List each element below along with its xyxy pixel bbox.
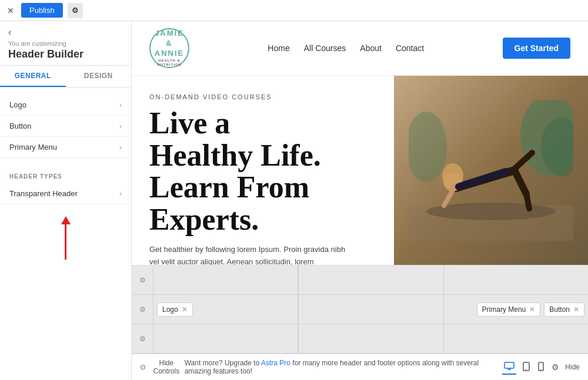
sidebar-item-transparent-header[interactable]: Transparent Header › [0,183,131,204]
astra-pro-link[interactable]: Astra Pro [261,359,290,367]
hide-controls-icon: ⊙ [140,363,146,371]
row-zone-3-left[interactable] [153,324,298,353]
close-button[interactable]: ✕ [5,5,16,16]
hide-button[interactable]: Hide [565,363,580,371]
row-zone-3-right[interactable] [444,324,588,353]
row-zone-1-left[interactable] [153,265,298,294]
top-bar: ✕ Publish ⚙ [0,0,588,21]
primary-menu-pill[interactable]: Primary Menu ✕ [477,302,541,317]
publish-button[interactable]: Publish [21,3,63,18]
gear-icon[interactable]: ⚙ [139,276,146,284]
logo-pill-remove[interactable]: ✕ [182,306,188,313]
sidebar-item-primary-menu[interactable]: Primary Menu › [0,137,131,158]
builder-row-2: ⚙ Logo ✕ Primary Menu ✕ [132,295,588,324]
desktop-view-button[interactable] [502,360,516,375]
sidebar-item-logo[interactable]: Logo › [0,95,131,116]
row-zone-1-right[interactable] [444,265,588,294]
hero-section: ON-DEMAND VIDEO COURSES Live a Healthy L… [132,76,588,265]
chevron-right-icon: › [119,101,122,109]
get-started-button[interactable]: Get Started [503,38,570,59]
builder-rows: ⚙ ⚙ Logo ✕ [132,265,588,354]
chevron-right-icon: › [119,143,122,152]
logo-pill[interactable]: Logo ✕ [157,302,193,317]
bottom-bar-left: ⊙ Hide Controls [140,359,185,375]
tablet-icon [523,362,530,371]
customizing-label: You are customizing [8,40,123,47]
tab-design[interactable]: DESIGN [66,66,132,87]
svg-point-2 [409,112,447,182]
builder-row-3: ⚙ [132,324,588,354]
bottom-controls: ⚙ ⚙ Logo ✕ [132,265,588,380]
row-zone-2-left[interactable]: Logo ✕ [153,295,298,324]
desktop-icon [504,362,514,370]
sidebar-item-button[interactable]: Button › [0,116,131,137]
primary-menu-pill-label: Primary Menu [482,305,526,314]
transparent-header-label: Transparent Header [9,189,78,198]
hero-title: Live a Healthy Life. Learn From Experts. [149,107,376,236]
row-handle-3: ⚙ [132,324,153,353]
settings-button[interactable]: ⚙ [68,3,83,18]
website-header: JAMIE & ANNIE HEALTH & NUTRITION Home Al… [132,21,588,76]
mobile-view-button[interactable] [536,360,546,375]
promo-text: Want more? Upgrade to [185,359,260,367]
primary-menu-pill-remove[interactable]: ✕ [529,306,535,313]
brand-circle: JAMIE & ANNIE HEALTH & NUTRITION [149,28,189,68]
row-zone-2-right[interactable]: Primary Menu ✕ Button ✕ [444,295,588,324]
arrow-shaft [65,224,66,260]
section-header-types-label: HEADER TYPES [0,165,131,183]
hero-text: ON-DEMAND VIDEO COURSES Live a Healthy L… [132,76,394,265]
tablet-view-button[interactable] [521,360,532,375]
svg-point-17 [526,369,527,370]
settings-gear-button[interactable]: ⚙ [552,362,559,372]
svg-point-19 [541,369,542,369]
svg-rect-13 [505,362,514,368]
sidebar-item-logo-label: Logo [9,100,26,109]
row-zone-3-center[interactable] [298,324,443,353]
hide-controls-button[interactable]: ⊙ Hide Controls [140,359,185,375]
preview-area: JAMIE & ANNIE HEALTH & NUTRITION Home Al… [132,21,588,380]
row-zone-1-center[interactable] [298,265,443,294]
button-pill[interactable]: Button ✕ [544,302,584,317]
tab-general[interactable]: GENERAL [0,66,66,87]
button-pill-remove[interactable]: ✕ [573,306,579,313]
svg-line-9 [514,170,526,194]
nav-link-contact[interactable]: Contact [396,43,424,53]
svg-line-10 [526,194,529,209]
sidebar: ‹ You are customizing Header Builder GEN… [0,21,132,380]
sidebar-tabs: GENERAL DESIGN [0,66,131,88]
mobile-icon [538,362,544,371]
nav-links: Home All Courses About Contact [268,43,424,53]
hero-body-text: Get healthier by following lorem Ipsum. … [149,244,349,265]
chevron-right-icon: › [119,190,122,198]
button-pill-label: Button [549,305,570,314]
chevron-right-icon: › [119,122,122,130]
sidebar-item-primary-menu-label: Primary Menu [9,143,57,152]
bottom-bar: ⊙ Hide Controls Want more? Upgrade to As… [132,354,588,380]
back-button[interactable]: ‹ [8,27,11,38]
row-zone-2-center[interactable] [298,295,443,324]
yoga-figure-svg [409,100,573,241]
brand-tagline: HEALTH & NUTRITION [151,59,188,68]
view-icons [502,360,546,375]
hero-badge: ON-DEMAND VIDEO COURSES [149,93,376,100]
gear-icon[interactable]: ⚙ [139,305,146,314]
arrow-indicator-area [0,204,131,380]
brand-logo: JAMIE & ANNIE HEALTH & NUTRITION [149,28,189,68]
hide-controls-label: Hide Controls [148,359,185,375]
brand-name: JAMIE & ANNIE [151,29,188,59]
sidebar-header: ‹ You are customizing Header Builder [0,21,131,66]
row-handle-2: ⚙ [132,295,153,324]
main-content: ‹ You are customizing Header Builder GEN… [0,21,588,380]
nav-link-all-courses[interactable]: All Courses [304,43,346,53]
builder-row-1: ⚙ [132,265,588,295]
top-bar-left: ✕ Publish ⚙ [5,3,83,18]
builder-title: Header Builder [8,48,123,60]
row-handle-1: ⚙ [132,265,153,294]
hero-img-placeholder [394,76,588,265]
nav-link-home[interactable]: Home [268,43,289,53]
nav-link-about[interactable]: About [360,43,382,53]
sidebar-items: Logo › Button › Primary Menu › [0,88,131,165]
arrow-head [61,216,71,224]
gear-icon[interactable]: ⚙ [139,335,146,343]
sidebar-item-button-label: Button [9,122,32,130]
